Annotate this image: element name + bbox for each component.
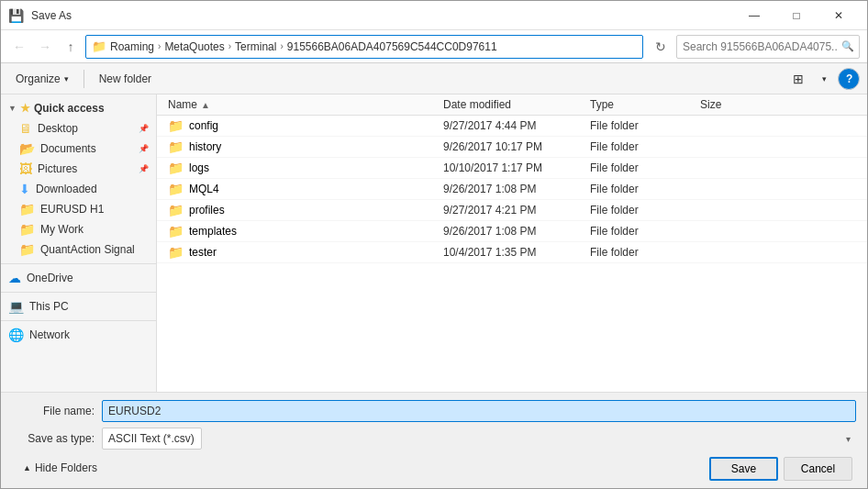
path-part-terminal: Terminal [235,40,276,53]
column-header-type[interactable]: Type [590,98,700,111]
documents-pin-icon: 📌 [139,144,149,153]
file-name-cell: 📁 MQL4 [168,182,443,196]
file-name: config [189,119,218,132]
file-name: profiles [189,204,225,217]
sidebar: ▼ ★ Quick access 🖥 Desktop 📌 📂 Documents… [1,94,157,392]
col-size-label: Size [700,98,721,111]
path-arrow-2: › [228,41,231,51]
file-type: File folder [590,204,700,217]
sidebar-item-quantaction[interactable]: 📁 QuantAction Signal [1,239,156,260]
search-input[interactable] [676,35,860,59]
forward-button[interactable]: → [34,36,56,58]
action-row: Save Cancel [709,455,852,481]
back-button[interactable]: ← [8,36,30,58]
hide-folders-button[interactable]: ▲ Hide Folders [16,458,105,478]
path-arrow-3: › [280,41,283,51]
quantaction-folder-icon: 📁 [19,242,35,257]
title-bar: 💾 Save As — □ ✕ [1,1,867,30]
file-folder-icon: 📁 [168,161,184,175]
col-name-label: Name [168,98,197,111]
quick-access-header[interactable]: ▼ ★ Quick access [1,98,156,118]
downloaded-label: Downloaded [36,183,97,195]
view-options-button[interactable]: ⊞ [785,68,811,90]
filename-row: File name: [12,400,856,422]
select-arrow-icon: ▾ [846,434,851,444]
saveastype-wrapper: ASCII Text (*.csv) All Files (*.*) ▾ [102,428,856,450]
onedrive-label: OneDrive [27,272,73,284]
file-date: 10/10/2017 1:17 PM [443,161,590,174]
file-name-cell: 📁 logs [168,161,443,175]
address-path[interactable]: 📁 Roaming › MetaQuotes › Terminal › 9155… [85,35,643,59]
filename-input[interactable] [102,400,856,422]
pictures-label: Pictures [38,162,77,175]
path-arrow-1: › [158,41,161,51]
documents-folder-icon: 📂 [19,141,35,156]
sidebar-item-pictures[interactable]: 🖼 Pictures 📌 [1,159,156,179]
close-button[interactable]: ✕ [818,1,860,30]
quick-access-label: Quick access [34,102,105,115]
save-button[interactable]: Save [709,457,778,481]
file-type: File folder [590,161,700,174]
sidebar-divider-3 [1,320,156,321]
column-header-date[interactable]: Date modified [443,98,590,111]
sidebar-item-eurusd-h1[interactable]: 📁 EURUSD H1 [1,199,156,219]
network-label: Network [29,328,70,341]
new-folder-button[interactable]: New folder [92,68,159,90]
file-name-cell: 📁 tester [168,245,443,260]
file-name: templates [189,225,237,238]
help-button[interactable]: ? [838,68,860,90]
pictures-folder-icon: 🖼 [19,161,32,176]
sidebar-item-desktop[interactable]: 🖥 Desktop 📌 [1,118,156,139]
thispc-label: This PC [29,300,69,313]
sort-arrow-icon: ▲ [201,100,210,110]
cancel-button[interactable]: Cancel [784,457,852,481]
organize-button[interactable]: Organize ▾ [8,68,76,90]
column-header-name[interactable]: Name ▲ [168,98,443,111]
documents-label: Documents [40,142,96,155]
sidebar-item-onedrive[interactable]: ☁ OneDrive [1,268,156,288]
file-date: 9/26/2017 10:17 PM [443,140,590,153]
downloaded-folder-icon: ⬇ [19,182,30,196]
filename-label: File name: [12,405,95,417]
file-type: File folder [590,119,700,132]
file-folder-icon: 📁 [168,245,184,260]
table-row[interactable]: 📁 templates 9/26/2017 1:08 PM File folde… [157,221,867,242]
desktop-folder-icon: 🖥 [19,121,32,136]
refresh-button[interactable]: ↻ [649,35,673,59]
desktop-label: Desktop [38,122,78,135]
bottom-bar: File name: Save as type: ASCII Text (*.c… [1,392,867,488]
sidebar-item-mywork[interactable]: 📁 My Work [1,219,156,239]
file-name-cell: 📁 profiles [168,203,443,217]
file-folder-icon: 📁 [168,203,184,217]
sidebar-item-thispc[interactable]: 💻 This PC [1,296,156,317]
sidebar-item-network[interactable]: 🌐 Network [1,325,156,345]
table-row[interactable]: 📁 history 9/26/2017 10:17 PM File folder [157,137,867,158]
view-arrow-button[interactable]: ▾ [815,68,834,90]
path-part-roaming: Roaming [110,40,154,53]
file-name: MQL4 [189,183,219,195]
table-row[interactable]: 📁 config 9/27/2017 4:44 PM File folder [157,116,867,137]
hide-folders-label: Hide Folders [35,461,97,474]
organize-chevron-icon: ▾ [64,74,69,83]
table-row[interactable]: 📁 profiles 9/27/2017 4:21 PM File folder [157,200,867,221]
maximize-button[interactable]: □ [775,1,818,30]
sidebar-item-downloaded[interactable]: ⬇ Downloaded [1,179,156,199]
eurusd-label: EURUSD H1 [40,203,104,216]
file-type: File folder [590,225,700,238]
saveastype-select[interactable]: ASCII Text (*.csv) All Files (*.*) [102,428,202,450]
quick-access-chevron-icon: ▼ [8,104,17,113]
file-type: File folder [590,246,700,259]
up-button[interactable]: ↑ [60,36,82,58]
table-row[interactable]: 📁 MQL4 9/26/2017 1:08 PM File folder [157,179,867,200]
sidebar-divider-2 [1,292,156,293]
file-name: history [189,140,221,153]
table-row[interactable]: 📁 tester 10/4/2017 1:35 PM File folder [157,242,867,263]
file-name-cell: 📁 config [168,118,443,133]
column-header-size[interactable]: Size [700,98,773,111]
path-folder-icon: 📁 [92,39,106,53]
table-row[interactable]: 📁 logs 10/10/2017 1:17 PM File folder [157,158,867,179]
col-date-label: Date modified [443,98,511,111]
file-name-cell: 📁 templates [168,224,443,239]
sidebar-item-documents[interactable]: 📂 Documents 📌 [1,139,156,159]
minimize-button[interactable]: — [733,1,775,30]
